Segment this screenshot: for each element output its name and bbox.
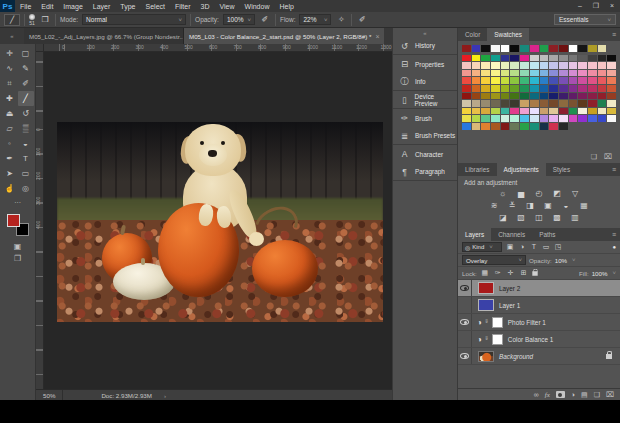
swatch[interactable]: [472, 55, 481, 62]
swatch[interactable]: [520, 77, 529, 84]
brightness-contrast-adjustment-icon[interactable]: ☼: [496, 188, 510, 199]
dodge-tool[interactable]: ◒: [18, 136, 34, 151]
layer-row-background[interactable]: Background: [458, 348, 620, 365]
visibility-toggle[interactable]: [458, 280, 472, 296]
swatch[interactable]: [491, 45, 500, 52]
swatch[interactable]: [588, 115, 597, 122]
swatch[interactable]: [472, 77, 481, 84]
swatch[interactable]: [491, 93, 500, 100]
swatch[interactable]: [569, 70, 578, 77]
rectangle-tool[interactable]: ▭: [18, 166, 34, 181]
ruler-origin-box[interactable]: [36, 44, 44, 52]
swatch[interactable]: [598, 108, 607, 115]
swatch[interactable]: [559, 100, 568, 107]
menu-help[interactable]: Help: [274, 3, 298, 10]
swatch[interactable]: [559, 115, 568, 122]
swatch[interactable]: [598, 77, 607, 84]
swatch[interactable]: [588, 55, 597, 62]
add-layer-mask-icon[interactable]: [556, 391, 565, 398]
gradient-tool[interactable]: ▒: [18, 121, 34, 136]
swatch[interactable]: [578, 108, 587, 115]
swatches-tab-color[interactable]: Color: [458, 28, 487, 41]
swatch[interactable]: [588, 70, 597, 77]
threshold-adjustment-icon[interactable]: ◫: [532, 212, 546, 223]
adjustments-tab-styles[interactable]: Styles: [546, 163, 577, 176]
collapsed-panel-properties[interactable]: ⊟Properties: [393, 55, 457, 73]
swatch[interactable]: [462, 108, 471, 115]
color-lookup-adjustment-icon[interactable]: ▦: [577, 200, 591, 211]
swatch[interactable]: [540, 108, 549, 115]
swatch[interactable]: [607, 55, 616, 62]
swatch[interactable]: [540, 62, 549, 69]
swatch[interactable]: [520, 123, 529, 130]
swatch[interactable]: [559, 55, 568, 62]
swatch[interactable]: [607, 62, 616, 69]
invert-adjustment-icon[interactable]: ◪: [496, 212, 510, 223]
swatch[interactable]: [520, 85, 529, 92]
black-and-white-adjustment-icon[interactable]: ◨: [523, 200, 537, 211]
layer-row-layer-1[interactable]: Layer 1: [458, 297, 620, 314]
history-brush-tool[interactable]: ↺: [18, 106, 34, 121]
swatch[interactable]: [462, 93, 471, 100]
swatch[interactable]: [588, 93, 597, 100]
swatch[interactable]: [569, 115, 578, 122]
swatch[interactable]: [501, 85, 510, 92]
collapsed-panel-info[interactable]: ⓘInfo: [393, 73, 457, 91]
swatch[interactable]: [472, 108, 481, 115]
menu-view[interactable]: View: [215, 3, 240, 10]
swatch[interactable]: [501, 77, 510, 84]
swatch[interactable]: [481, 55, 490, 62]
layer-thumbnail[interactable]: [478, 299, 494, 311]
swatch[interactable]: [491, 123, 500, 130]
swatch[interactable]: [588, 77, 597, 84]
swatch[interactable]: [520, 115, 529, 122]
visibility-toggle[interactable]: [458, 331, 472, 347]
swatch[interactable]: [472, 123, 481, 130]
menu-filter[interactable]: Filter: [170, 3, 196, 10]
color-balance-adjustment-icon[interactable]: ≚: [505, 200, 519, 211]
document-tab-2[interactable]: M05_L03 - Color Balance_2_start.psd @ 50…: [184, 28, 384, 44]
minimize-button[interactable]: –: [572, 0, 588, 12]
eyedropper-tool[interactable]: ✐: [18, 76, 34, 91]
layer-row-color-balance-1[interactable]: ◑∞Color Balance 1: [458, 331, 620, 348]
swatch[interactable]: [598, 100, 607, 107]
swatch[interactable]: [578, 85, 587, 92]
pressure-opacity-icon[interactable]: ✐: [259, 15, 271, 24]
channel-mixer-adjustment-icon[interactable]: ◒: [559, 200, 573, 211]
swatch[interactable]: [501, 115, 510, 122]
move-tool[interactable]: ✛: [2, 46, 18, 61]
zoom-tool[interactable]: ◎: [18, 181, 34, 196]
photo-filter-adjustment-icon[interactable]: ▣: [541, 200, 555, 211]
swatch[interactable]: [491, 115, 500, 122]
swatch[interactable]: [472, 93, 481, 100]
tool-preset-picker[interactable]: ╱: [4, 14, 20, 26]
swatch[interactable]: [540, 93, 549, 100]
swatch[interactable]: [462, 123, 471, 130]
new-group-icon[interactable]: ▤: [581, 391, 588, 399]
swatch[interactable]: [462, 70, 471, 77]
swatch[interactable]: [530, 93, 539, 100]
filter-kind-dropdown[interactable]: ◎ Kind ˅: [462, 242, 502, 252]
swatch[interactable]: [559, 62, 568, 69]
swatch[interactable]: [510, 55, 519, 62]
swatch[interactable]: [501, 62, 510, 69]
collapsed-panel-brush-presets[interactable]: ≣Brush Presets: [393, 127, 457, 145]
swatch[interactable]: [530, 77, 539, 84]
swatch[interactable]: [530, 123, 539, 130]
filter-type-layers-icon[interactable]: T: [529, 243, 539, 251]
blend-mode-dropdown[interactable]: Normal ˅: [82, 14, 186, 25]
swatch[interactable]: [472, 45, 481, 52]
menu-3d[interactable]: 3D: [196, 3, 215, 10]
swatch[interactable]: [598, 55, 607, 62]
swatch[interactable]: [510, 85, 519, 92]
delete-layer-icon[interactable]: ⌧: [606, 391, 614, 399]
swatch[interactable]: [491, 85, 500, 92]
swatch[interactable]: [491, 70, 500, 77]
menu-type[interactable]: Type: [115, 3, 140, 10]
layers-tab-channels[interactable]: Channels: [491, 228, 532, 241]
new-adjustment-layer-icon[interactable]: ◑: [571, 391, 575, 398]
collapsed-panel-brush[interactable]: ✑Brush: [393, 109, 457, 127]
edit-toolbar-icon[interactable]: ⋯: [14, 199, 21, 207]
path-selection-tool[interactable]: ➤: [2, 166, 18, 181]
clone-stamp-tool[interactable]: ⏏: [2, 106, 18, 121]
